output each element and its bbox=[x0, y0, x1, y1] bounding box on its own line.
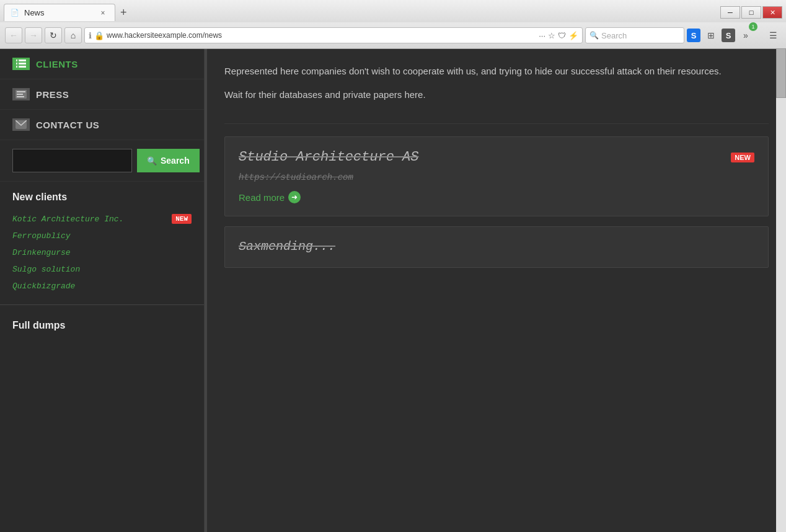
search-btn-label: Search bbox=[161, 156, 190, 166]
client-name: Kotic Architecture Inc. bbox=[12, 215, 123, 224]
clients-label: CLIENTS bbox=[36, 59, 78, 69]
client-name: Drinkengurse bbox=[12, 248, 71, 257]
toolbar-icons: S ⊞ S » 1 ☰ bbox=[687, 27, 781, 43]
search-icon: 🔍 bbox=[590, 31, 599, 40]
card-1: Studio Architecture AS NEW https://studi… bbox=[224, 136, 769, 216]
intro-text-1: Represented here companies don't wish to… bbox=[224, 64, 769, 79]
account-icon[interactable]: S bbox=[722, 29, 735, 42]
card-header-2: Saxmending... bbox=[239, 239, 754, 254]
scrollbar-track[interactable] bbox=[776, 49, 786, 532]
back-button[interactable]: ← bbox=[5, 27, 22, 43]
nav-bar: ← → ↻ ⌂ ℹ 🔒 www.hackersiteexample.com/ne… bbox=[0, 22, 786, 48]
address-bar[interactable]: ℹ 🔒 www.hackersiteexample.com/news ··· ☆… bbox=[84, 27, 583, 43]
read-more-label: Read more bbox=[239, 192, 285, 203]
sidebar-item-press[interactable]: PRESS bbox=[0, 79, 204, 110]
scrollbar-thumb[interactable] bbox=[776, 49, 786, 98]
client-name: Sulgo solution bbox=[12, 265, 80, 274]
tab-close-button[interactable]: × bbox=[97, 7, 108, 19]
sidebar: CLIENTS PRESS CONTACT US 🔍 Search New cl… bbox=[0, 49, 205, 532]
home-button[interactable]: ⌂ bbox=[64, 27, 82, 43]
lightning-icon[interactable]: ⚡ bbox=[568, 31, 578, 40]
new-clients-title: New clients bbox=[12, 192, 192, 203]
lock-icon: 🔒 bbox=[94, 31, 104, 40]
svg-rect-8 bbox=[17, 94, 23, 95]
sidebar-item-clients[interactable]: CLIENTS bbox=[0, 49, 204, 79]
info-icon: ℹ bbox=[89, 31, 92, 40]
card-url: https://studioarch.com bbox=[239, 172, 754, 182]
page-content: CLIENTS PRESS CONTACT US 🔍 Search New cl… bbox=[0, 49, 786, 532]
sidebar-divider bbox=[0, 304, 204, 305]
intro-block: Represented here companies don't wish to… bbox=[224, 64, 769, 124]
new-badge: NEW bbox=[172, 214, 192, 224]
shield-icon[interactable]: 🛡 bbox=[558, 31, 566, 40]
contact-icon bbox=[12, 118, 30, 131]
intro-text-2: Wait for their databases and private pap… bbox=[224, 87, 769, 102]
client-name: Ferropublicy bbox=[12, 231, 71, 241]
title-bar: 📄 News × + ─ □ ✕ bbox=[0, 0, 786, 22]
browser-chrome: 📄 News × + ─ □ ✕ ← → ↻ ⌂ ℹ 🔒 www.hackers… bbox=[0, 0, 786, 49]
main-content: Represented here companies don't wish to… bbox=[207, 49, 786, 532]
full-dumps-section: Full dumps bbox=[0, 310, 204, 344]
svg-point-4 bbox=[17, 63, 19, 64]
press-label: PRESS bbox=[36, 89, 69, 100]
sidebar-toggle[interactable]: ⊞ bbox=[703, 27, 719, 43]
close-button[interactable]: ✕ bbox=[762, 6, 782, 19]
search-btn-icon: 🔍 bbox=[147, 156, 157, 166]
svg-rect-7 bbox=[17, 91, 25, 92]
list-item[interactable]: Sulgo solution bbox=[12, 261, 192, 278]
search-input[interactable] bbox=[12, 149, 132, 172]
list-item[interactable]: Drinkengurse bbox=[12, 244, 192, 261]
list-item[interactable]: Quickbizgrade bbox=[12, 278, 192, 295]
sidebar-item-contact[interactable]: CONTACT US bbox=[0, 110, 204, 140]
more-icon[interactable]: ··· bbox=[539, 31, 545, 40]
card-2: Saxmending... bbox=[224, 226, 769, 268]
card-title-2: Saxmending... bbox=[239, 239, 335, 254]
card-title: Studio Architecture AS bbox=[239, 149, 418, 165]
search-placeholder: Search bbox=[601, 31, 627, 40]
new-clients-section: New clients Kotic Architecture Inc. NEW … bbox=[0, 182, 204, 299]
press-icon bbox=[12, 88, 30, 100]
search-button[interactable]: 🔍 Search bbox=[137, 149, 200, 172]
address-text: www.hackersiteexample.com/news bbox=[107, 31, 536, 40]
card-header: Studio Architecture AS NEW bbox=[239, 149, 754, 165]
maximize-button[interactable]: □ bbox=[741, 6, 761, 19]
tab-title: News bbox=[24, 8, 45, 17]
minimize-button[interactable]: ─ bbox=[720, 6, 740, 19]
main-inner: Represented here companies don't wish to… bbox=[207, 49, 786, 293]
list-item[interactable]: Ferropublicy bbox=[12, 228, 192, 244]
forward-button[interactable]: → bbox=[25, 27, 42, 43]
clients-icon bbox=[12, 58, 30, 70]
address-icons: ··· ☆ 🛡 ⚡ bbox=[539, 31, 578, 40]
window-controls: ─ □ ✕ bbox=[720, 6, 782, 19]
new-tab-button[interactable]: + bbox=[115, 6, 132, 19]
full-dumps-title: Full dumps bbox=[12, 320, 192, 331]
read-more-link[interactable]: Read more ➜ bbox=[239, 191, 754, 203]
svg-point-3 bbox=[17, 60, 19, 61]
menu-button[interactable]: ☰ bbox=[765, 27, 781, 43]
star-icon[interactable]: ☆ bbox=[548, 31, 555, 40]
svg-point-5 bbox=[17, 66, 19, 68]
browser-tab[interactable]: 📄 News × bbox=[4, 4, 115, 21]
svg-rect-9 bbox=[17, 96, 24, 97]
list-item[interactable]: Kotic Architecture Inc. NEW bbox=[12, 210, 192, 228]
contact-label: CONTACT US bbox=[36, 120, 99, 130]
browser-search-bar[interactable]: 🔍 Search bbox=[585, 27, 684, 43]
search-section: 🔍 Search bbox=[0, 140, 204, 182]
card-new-badge: NEW bbox=[731, 153, 754, 162]
read-more-arrow-icon: ➜ bbox=[288, 191, 301, 203]
sync-icon[interactable]: S bbox=[687, 29, 700, 42]
client-name: Quickbizgrade bbox=[12, 282, 75, 291]
update-badge: 1 bbox=[749, 22, 757, 31]
reload-button[interactable]: ↻ bbox=[45, 27, 62, 43]
